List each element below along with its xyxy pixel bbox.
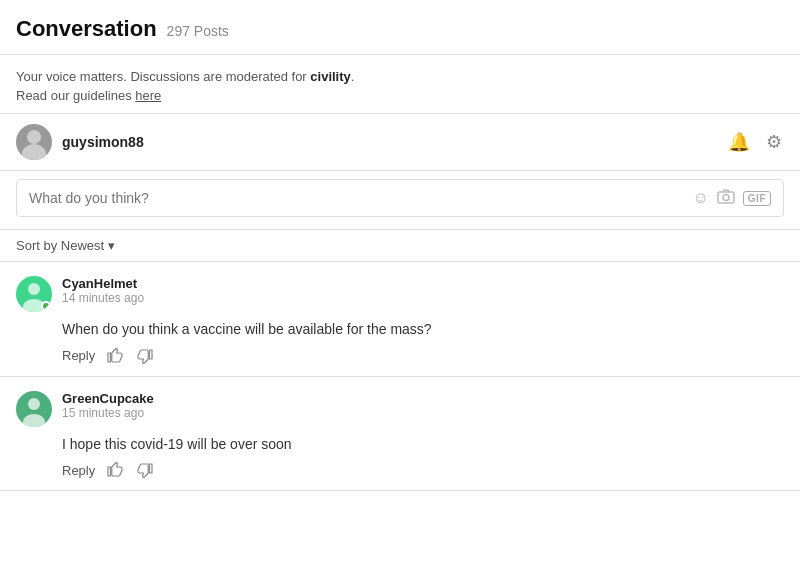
guidelines-line2: Read our guidelines here [16, 88, 784, 103]
user-row: guysimon88 🔔 ⚙ [0, 114, 800, 171]
compose-input[interactable] [29, 190, 692, 206]
avatar [16, 124, 52, 160]
thumbup-button[interactable] [105, 348, 125, 364]
comment-actions: Reply [62, 348, 784, 364]
bell-icon: 🔔 [728, 131, 750, 153]
svg-rect-0 [718, 192, 734, 203]
comment-username: GreenCupcake [62, 391, 154, 406]
comment-body: When do you think a vaccine will be avai… [62, 320, 784, 340]
settings-button[interactable]: ⚙ [764, 129, 784, 155]
emoji-icon[interactable]: ☺ [692, 189, 708, 207]
current-username: guysimon88 [62, 134, 144, 150]
thumbup-button[interactable] [105, 462, 125, 478]
user-action-icons: 🔔 ⚙ [726, 129, 784, 155]
gif-icon[interactable]: GIF [743, 191, 771, 206]
guidelines-section: Your voice matters. Discussions are mode… [0, 55, 800, 114]
page-title: Conversation [16, 16, 157, 42]
comment-time: 14 minutes ago [62, 291, 144, 305]
comment-meta: CyanHelmet 14 minutes ago [62, 276, 144, 305]
camera-icon[interactable] [717, 188, 735, 208]
user-info: guysimon88 [16, 124, 144, 160]
comment-header: CyanHelmet 14 minutes ago [16, 276, 784, 312]
gear-icon: ⚙ [766, 131, 782, 153]
sort-button[interactable]: Sort by Newest ▾ [16, 238, 115, 253]
svg-point-1 [723, 195, 729, 201]
sort-row: Sort by Newest ▾ [0, 230, 800, 262]
sort-label: Sort by Newest [16, 238, 104, 253]
conversation-header: Conversation 297 Posts [0, 0, 800, 55]
guidelines-link[interactable]: here [135, 88, 161, 103]
comment-actions: Reply [62, 462, 784, 478]
reply-button[interactable]: Reply [62, 348, 95, 363]
compose-icons: ☺ GIF [692, 188, 771, 208]
comment-time: 15 minutes ago [62, 406, 154, 420]
thumbdown-button[interactable] [135, 348, 155, 364]
comment-body: I hope this covid-19 will be over soon [62, 435, 784, 455]
compose-input-wrapper: ☺ GIF [16, 179, 784, 217]
online-indicator [41, 301, 51, 311]
comment-header: GreenCupcake 15 minutes ago [16, 391, 784, 427]
compose-area: ☺ GIF [0, 171, 800, 230]
comment-item: CyanHelmet 14 minutes ago When do you th… [0, 262, 800, 377]
avatar [16, 391, 52, 427]
comment-item: GreenCupcake 15 minutes ago I hope this … [0, 377, 800, 492]
comment-username: CyanHelmet [62, 276, 144, 291]
chevron-down-icon: ▾ [108, 238, 115, 253]
post-count: 297 Posts [167, 23, 229, 39]
notification-bell-button[interactable]: 🔔 [726, 129, 752, 155]
avatar [16, 276, 52, 312]
thumbdown-button[interactable] [135, 462, 155, 478]
reply-button[interactable]: Reply [62, 463, 95, 478]
comment-meta: GreenCupcake 15 minutes ago [62, 391, 154, 420]
guidelines-line1: Your voice matters. Discussions are mode… [16, 69, 784, 84]
comments-section: CyanHelmet 14 minutes ago When do you th… [0, 262, 800, 491]
